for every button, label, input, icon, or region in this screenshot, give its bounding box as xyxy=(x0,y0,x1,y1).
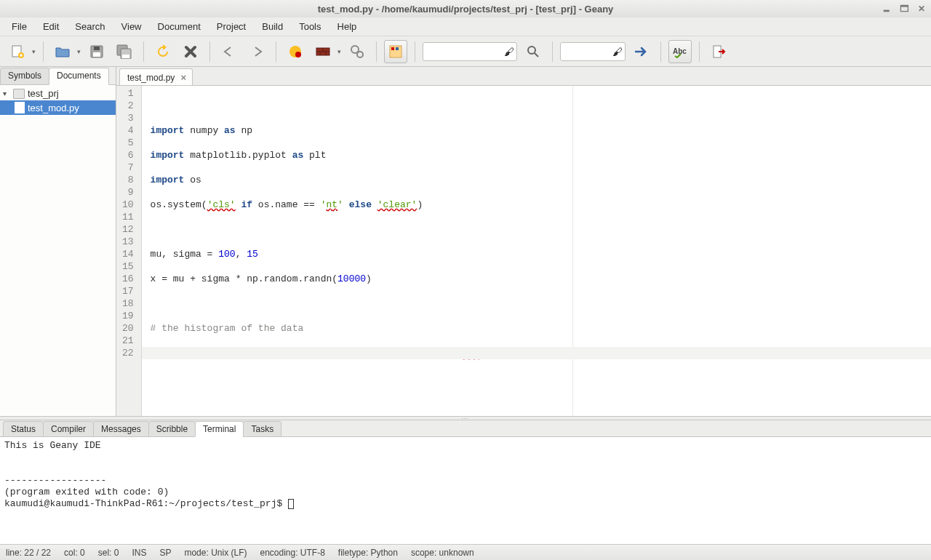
tab-scribble[interactable]: Scribble xyxy=(148,421,196,437)
editor-body[interactable]: 12345678910111213141516171819202122 impo… xyxy=(116,86,931,416)
svg-point-9 xyxy=(295,52,301,57)
status-encoding: encoding: UTF-8 xyxy=(260,548,324,558)
new-file-button[interactable] xyxy=(6,40,29,63)
status-sel: sel: 0 xyxy=(98,548,119,558)
status-sp: SP xyxy=(159,548,171,558)
dropdown-icon[interactable]: ▾ xyxy=(337,48,341,55)
arrow-left-icon xyxy=(222,46,236,57)
new-file-icon xyxy=(10,44,25,59)
dropdown-icon[interactable]: ▾ xyxy=(77,48,81,55)
search-icon xyxy=(526,44,540,59)
code-content[interactable]: import numpy as np import matplotlib.pyp… xyxy=(142,86,931,416)
sidebar-tab-documents[interactable]: Documents xyxy=(49,68,109,85)
titlebar: test_mod.py - /home/kaumudi/projects/tes… xyxy=(0,0,931,17)
menu-document[interactable]: Document xyxy=(151,18,208,35)
current-line-highlight xyxy=(142,347,931,359)
nav-back-button[interactable] xyxy=(217,40,241,63)
tab-compiler[interactable]: Compiler xyxy=(43,421,94,437)
spellcheck-button[interactable]: Abc xyxy=(668,40,692,63)
color-chooser-button[interactable] xyxy=(384,40,407,63)
svg-point-16 xyxy=(357,52,363,57)
close-file-icon xyxy=(183,44,198,59)
statusbar: line: 22 / 22 col: 0 sel: 0 INS SP mode:… xyxy=(0,544,931,560)
color-picker-icon xyxy=(388,44,403,59)
tab-tasks[interactable]: Tasks xyxy=(243,421,281,437)
editor-tab[interactable]: test_mod.py × xyxy=(119,68,193,85)
tab-status[interactable]: Status xyxy=(3,421,44,437)
sidebar: Symbols Documents test_prj test_mod.py xyxy=(0,67,116,416)
find-button[interactable] xyxy=(522,40,545,63)
goto-icon xyxy=(634,44,650,59)
maximize-icon[interactable]: 🗖 xyxy=(899,4,909,14)
menu-edit[interactable]: Edit xyxy=(36,18,66,35)
status-ins: INS xyxy=(132,548,146,558)
save-button[interactable] xyxy=(85,40,108,63)
terminal-text: This is Geany IDE ------------------ (pr… xyxy=(4,440,169,497)
dropdown-icon[interactable]: ▾ xyxy=(32,48,36,55)
menu-project[interactable]: Project xyxy=(209,18,253,35)
save-icon xyxy=(89,44,104,59)
file-name: test_mod.py xyxy=(28,103,79,113)
close-button[interactable] xyxy=(179,40,202,63)
menubar: File Edit Search View Document Project B… xyxy=(0,17,931,36)
status-filetype: filetype: Python xyxy=(338,548,398,558)
svg-rect-3 xyxy=(93,52,100,57)
exit-icon xyxy=(711,44,726,59)
project-name: test_prj xyxy=(28,88,59,99)
tree-file[interactable]: test_mod.py xyxy=(0,100,116,115)
terminal-prompt: kaumudi@kaumudi-ThinkPad-R61:~/projects/… xyxy=(4,498,288,509)
editor-tab-label: test_mod.py xyxy=(127,73,175,83)
clear-search-icon[interactable]: 🖌 xyxy=(504,46,514,57)
search-input[interactable] xyxy=(423,42,517,61)
svg-rect-4 xyxy=(94,47,100,50)
svg-point-20 xyxy=(528,47,535,54)
margin-guide xyxy=(572,86,573,416)
menu-view[interactable]: View xyxy=(114,18,149,35)
main-area: Symbols Documents test_prj test_mod.py t… xyxy=(0,67,931,416)
save-all-button[interactable] xyxy=(113,40,136,63)
compile-button[interactable] xyxy=(284,40,307,63)
compile-icon xyxy=(288,44,303,59)
folder-icon xyxy=(13,89,25,99)
status-mode: mode: Unix (LF) xyxy=(184,548,247,558)
status-line: line: 22 / 22 xyxy=(6,548,51,558)
nav-forward-button[interactable] xyxy=(245,40,268,63)
revert-icon xyxy=(156,44,170,59)
toolbar: ▾ ▾ ▾ 🖌 🖌 xyxy=(0,36,931,67)
tree-folder[interactable]: test_prj xyxy=(0,87,116,100)
menu-help[interactable]: Help xyxy=(330,18,364,35)
goto-line-button[interactable] xyxy=(630,40,653,63)
minimize-icon[interactable]: 🗕 xyxy=(882,4,892,14)
menu-file[interactable]: File xyxy=(4,18,34,35)
tab-close-icon[interactable]: × xyxy=(180,72,186,83)
svg-rect-18 xyxy=(391,47,394,50)
brick-icon xyxy=(315,45,331,58)
gears-icon xyxy=(350,44,364,59)
svg-rect-19 xyxy=(396,47,399,50)
status-scope: scope: unknown xyxy=(411,548,474,558)
sidebar-tab-symbols[interactable]: Symbols xyxy=(0,68,49,85)
editor-area: test_mod.py × 12345678910111213141516171… xyxy=(116,67,931,416)
build-button[interactable] xyxy=(311,40,335,63)
bottom-panel: Status Compiler Messages Scribble Termin… xyxy=(0,420,931,544)
window-title: test_mod.py - /home/kaumudi/projects/tes… xyxy=(318,4,614,15)
line-gutter: 12345678910111213141516171819202122 xyxy=(116,86,142,416)
close-icon[interactable]: ✕ xyxy=(916,4,927,14)
folder-open-icon xyxy=(55,45,71,58)
tab-messages[interactable]: Messages xyxy=(93,421,149,437)
spellcheck-icon: Abc xyxy=(672,45,688,58)
clear-goto-icon[interactable]: 🖌 xyxy=(612,46,623,57)
tab-terminal[interactable]: Terminal xyxy=(195,421,244,437)
quit-button[interactable] xyxy=(707,40,730,63)
file-icon xyxy=(15,102,25,113)
menu-build[interactable]: Build xyxy=(255,18,290,35)
document-tree: test_prj test_mod.py xyxy=(0,84,116,416)
terminal-output[interactable]: This is Geany IDE ------------------ (pr… xyxy=(0,437,931,544)
open-file-button[interactable] xyxy=(51,40,74,63)
execute-button[interactable] xyxy=(345,40,369,63)
menu-tools[interactable]: Tools xyxy=(292,18,328,35)
revert-button[interactable] xyxy=(151,40,175,63)
editor-tabs: test_mod.py × xyxy=(116,67,931,86)
svg-rect-7 xyxy=(122,55,129,58)
menu-search[interactable]: Search xyxy=(68,18,112,35)
